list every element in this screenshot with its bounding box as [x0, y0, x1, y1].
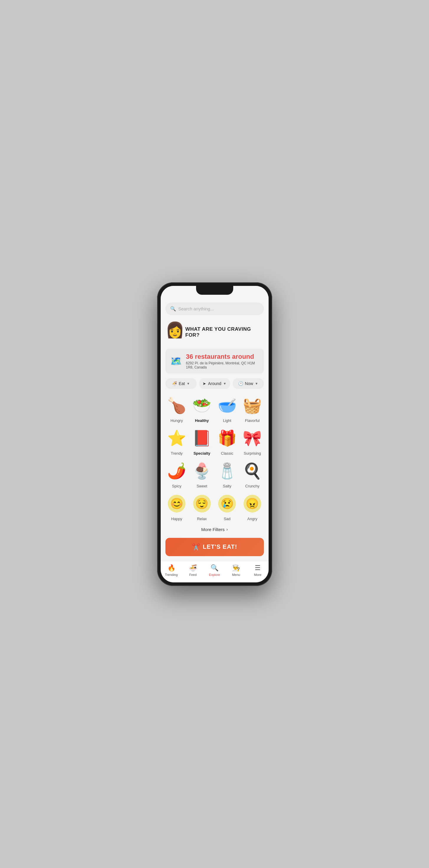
crunchy-icon: 🍳	[242, 460, 263, 482]
now-chevron: ▼	[255, 382, 258, 385]
flavorful-label: Flavorful	[245, 418, 260, 423]
specialty-label: Specialty	[193, 451, 210, 456]
eat-chevron: ▼	[187, 382, 190, 385]
nav-trending[interactable]: 🔥 Trending	[161, 564, 182, 577]
mood-happy[interactable]: 😊 Happy	[165, 493, 189, 521]
surprising-icon: 🎀	[242, 428, 263, 449]
location-box: 🗺️ 36 restaurants around 6292 Pl. de la …	[165, 349, 264, 374]
explore-label: Explore	[209, 573, 220, 577]
mood-sweet[interactable]: 🍨 Sweet	[191, 460, 213, 488]
craving-section: 👩 WHAT ARE YOU CRAVING FOR?	[165, 320, 264, 345]
happy-icon: 😊	[166, 493, 187, 514]
hungry-icon: 🍗	[166, 395, 187, 416]
salty-label: Salty	[223, 484, 231, 488]
light-icon: 🥣	[217, 395, 238, 416]
feed-label: Feed	[189, 573, 197, 577]
filter-row: 🍜 Eat ▼ ➤ Around ▼ 🕐 Now ▼	[165, 378, 264, 389]
phone-frame: 🔍 Search anything... 👩 WHAT ARE YOU CRAV…	[157, 282, 272, 586]
mood-hungry[interactable]: 🍗 Hungry	[165, 395, 189, 423]
around-icon: ➤	[203, 381, 206, 386]
more-filters-label: More Filters	[201, 527, 225, 532]
relax-label: Relax	[197, 517, 207, 521]
restaurant-count: 36 restaurants around	[186, 353, 259, 361]
sad-icon: 😢	[217, 493, 238, 514]
notch-area	[161, 286, 269, 299]
map-icon: 🗺️	[170, 355, 182, 367]
more-icon: ☰	[255, 564, 261, 572]
eat-filter[interactable]: 🍜 Eat ▼	[165, 378, 197, 389]
specialty-icon: 📕	[191, 428, 212, 449]
mood-spicy[interactable]: 🌶️ Spicy	[165, 460, 189, 488]
more-label: More	[254, 573, 261, 577]
classic-icon: 🎁	[217, 428, 238, 449]
spicy-icon: 🌶️	[166, 460, 187, 482]
notch	[196, 286, 233, 295]
trendy-icon: ⭐	[166, 428, 187, 449]
mood-flavorful[interactable]: 🧺 Flavorful	[241, 395, 264, 423]
eat-icon: 🍜	[172, 381, 177, 386]
lets-eat-button[interactable]: ✂️ LET'S EAT!	[165, 538, 264, 556]
craving-avatar: 👩	[165, 322, 182, 342]
mood-grid: 🍗 Hungry 🥗 Healthy 🥣 Light	[165, 395, 264, 521]
mood-relax[interactable]: 😌 Relax	[191, 493, 213, 521]
nav-explore[interactable]: 🔍 Explore	[204, 564, 225, 577]
salty-icon: 🧂	[217, 460, 238, 482]
explore-icon: 🔍	[210, 564, 219, 572]
sad-label: Sad	[224, 517, 231, 521]
trending-label: Trending	[165, 573, 178, 577]
location-info: 36 restaurants around 6292 Pl. de la Pép…	[186, 353, 259, 369]
eat-label: Eat	[179, 381, 185, 386]
happy-label: Happy	[171, 517, 182, 521]
search-placeholder: Search anything...	[178, 306, 214, 311]
flavorful-icon: 🧺	[242, 395, 263, 416]
feed-icon: 🍜	[189, 564, 197, 572]
scissors-icon: ✂️	[192, 543, 200, 551]
spicy-label: Spicy	[172, 484, 181, 488]
sweet-label: Sweet	[197, 484, 207, 488]
sweet-icon: 🍨	[191, 460, 212, 482]
healthy-label: Healthy	[195, 418, 209, 423]
mood-sad[interactable]: 😢 Sad	[216, 493, 239, 521]
crunchy-label: Crunchy	[245, 484, 260, 488]
mood-angry[interactable]: 😠 Angry	[241, 493, 264, 521]
mood-salty[interactable]: 🧂 Salty	[216, 460, 239, 488]
lets-eat-label: LET'S EAT!	[203, 544, 237, 550]
angry-icon: 😠	[242, 493, 263, 514]
relax-icon: 😌	[191, 493, 212, 514]
phone-screen: 🔍 Search anything... 👩 WHAT ARE YOU CRAV…	[161, 286, 269, 582]
nav-menu[interactable]: 👨‍🍳 Menu	[225, 564, 247, 577]
mood-trendy[interactable]: ⭐ Trendy	[165, 428, 189, 456]
craving-title: WHAT ARE YOU CRAVING FOR?	[186, 326, 264, 338]
mood-healthy[interactable]: 🥗 Healthy	[191, 395, 213, 423]
hungry-label: Hungry	[170, 418, 183, 423]
search-icon: 🔍	[170, 306, 176, 312]
mood-specialty[interactable]: 📕 Specialty	[191, 428, 213, 456]
now-label: Now	[245, 381, 253, 386]
trending-icon: 🔥	[167, 564, 175, 572]
mood-classic[interactable]: 🎁 Classic	[216, 428, 239, 456]
content-area: 🔍 Search anything... 👩 WHAT ARE YOU CRAV…	[161, 299, 269, 561]
mood-crunchy[interactable]: 🍳 Crunchy	[241, 460, 264, 488]
light-label: Light	[223, 418, 231, 423]
mood-light[interactable]: 🥣 Light	[216, 395, 239, 423]
nav-more[interactable]: ☰ More	[247, 564, 268, 577]
angry-label: Angry	[248, 517, 257, 521]
menu-icon: 👨‍🍳	[232, 564, 240, 572]
classic-label: Classic	[221, 451, 233, 456]
nav-feed[interactable]: 🍜 Feed	[182, 564, 204, 577]
surprising-label: Surprising	[243, 451, 261, 456]
menu-label: Menu	[232, 573, 240, 577]
healthy-icon: 🥗	[191, 395, 212, 416]
search-bar[interactable]: 🔍 Search anything...	[165, 302, 264, 315]
trendy-label: Trendy	[171, 451, 183, 456]
bottom-nav: 🔥 Trending 🍜 Feed 🔍 Explore 👨‍🍳 Menu ☰ M…	[161, 561, 269, 582]
clock-icon: 🕐	[238, 381, 243, 386]
around-chevron: ▼	[223, 382, 226, 385]
more-filters-row[interactable]: More Filters ›	[165, 527, 264, 532]
around-label: Around	[208, 381, 221, 386]
location-address: 6292 Pl. de la Pépinière, Montréal, QC H…	[186, 361, 259, 369]
around-filter[interactable]: ➤ Around ▼	[199, 378, 230, 389]
now-filter[interactable]: 🕐 Now ▼	[233, 378, 264, 389]
mood-surprising[interactable]: 🎀 Surprising	[241, 428, 264, 456]
more-filters-chevron: ›	[226, 527, 228, 532]
